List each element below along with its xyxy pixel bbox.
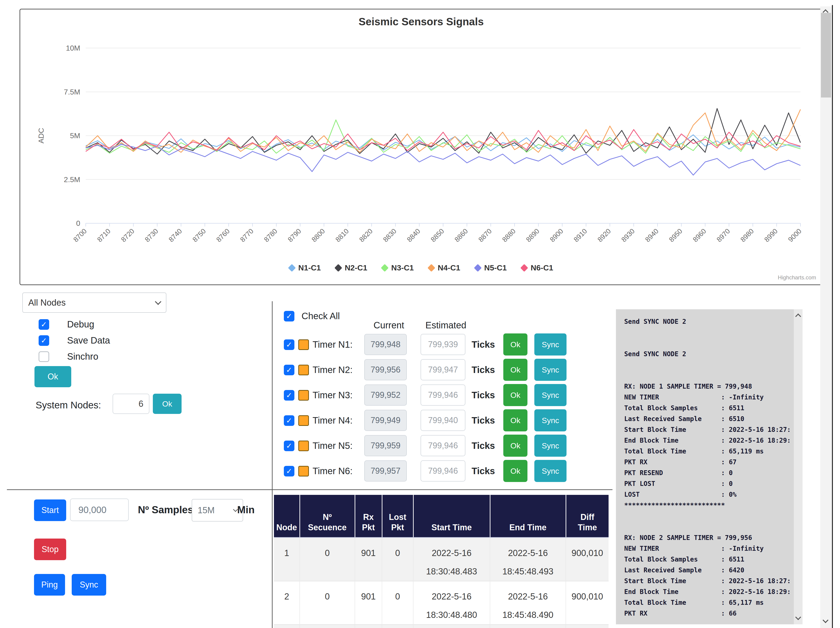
current-column-header: Current bbox=[369, 320, 408, 331]
timer-n3-sync-button[interactable]: Sync bbox=[534, 384, 567, 406]
timer-n5-estimated-input[interactable]: 799,946 bbox=[421, 435, 466, 456]
system-nodes-label: System Nodes: bbox=[36, 400, 101, 411]
start-button[interactable]: Start bbox=[34, 500, 66, 521]
timer-n4-checkbox[interactable]: ✓ bbox=[284, 415, 294, 426]
samples-input[interactable]: 90,000 bbox=[70, 498, 129, 521]
timer-n6-checkbox[interactable]: ✓ bbox=[284, 466, 294, 476]
table-cell: 2022-5-16 bbox=[413, 625, 490, 628]
log-console[interactable]: Send SYNC NODE 2 Send SYNC NODE 2 RX: NO… bbox=[616, 309, 802, 624]
page-scrollbar-thumb[interactable] bbox=[821, 13, 831, 98]
log-scroll-down-icon[interactable] bbox=[795, 614, 801, 620]
svg-text:8950: 8950 bbox=[667, 227, 684, 244]
page-scroll-down-icon[interactable] bbox=[823, 617, 828, 623]
timer-n4-sync-button[interactable]: Sync bbox=[534, 409, 567, 431]
legend-item-N2-C1[interactable]: N2-C1 bbox=[336, 263, 367, 272]
save-data-checkbox[interactable]: ✓ bbox=[39, 335, 49, 346]
timer-n4-label: Timer N4: bbox=[313, 415, 352, 426]
timer-n1-sync-button[interactable]: Sync bbox=[534, 334, 567, 356]
log-line: Total Block Samples : 6511 bbox=[624, 554, 791, 565]
legend-item-N1-C1[interactable]: N1-C1 bbox=[289, 263, 321, 272]
svg-text:8810: 8810 bbox=[334, 227, 350, 244]
table-cell: 0 bbox=[300, 581, 355, 625]
sinchro-label: Sinchro bbox=[67, 351, 98, 362]
legend-item-N6-C1[interactable]: N6-C1 bbox=[521, 263, 553, 272]
seismic-dashboard: Seismic Sensors Signals 02.5M5M7.5M10MAD… bbox=[0, 0, 840, 628]
ticks-label: Ticks bbox=[472, 415, 495, 426]
log-line: RX: NODE 1 SAMPLE TIMER = 799,948 bbox=[624, 381, 791, 392]
timer-n2-ok-button[interactable]: Ok bbox=[503, 359, 527, 381]
timer-n2-current-input[interactable]: 799,956 bbox=[364, 359, 407, 380]
debug-checkbox[interactable]: ✓ bbox=[39, 319, 49, 330]
duration-value: 15M bbox=[197, 505, 215, 515]
legend-item-N3-C1[interactable]: N3-C1 bbox=[382, 263, 414, 272]
svg-text:8980: 8980 bbox=[739, 227, 755, 244]
series-marker-icon bbox=[288, 264, 296, 272]
sinchro-checkbox[interactable]: ✓ bbox=[39, 351, 49, 362]
node-filter-select[interactable]: All Nodes bbox=[22, 293, 166, 313]
timer-n1-ok-button[interactable]: Ok bbox=[503, 334, 527, 356]
timer-n4-estimated-input[interactable]: 799,940 bbox=[421, 410, 466, 431]
check-all-checkbox[interactable]: ✓ bbox=[284, 311, 294, 321]
log-line: Total Block Time : 65,117 ms bbox=[624, 597, 791, 608]
table-cell: 3 bbox=[274, 625, 300, 628]
timer-n6-ok-button[interactable]: Ok bbox=[503, 460, 527, 482]
timer-n6-estimated-input[interactable]: 799,946 bbox=[421, 460, 466, 481]
table-header: Start Time bbox=[413, 495, 490, 538]
log-line bbox=[624, 511, 791, 522]
svg-text:8920: 8920 bbox=[596, 227, 612, 244]
timer-n5-checkbox[interactable]: ✓ bbox=[284, 441, 294, 451]
timer-n5-sync-button[interactable]: Sync bbox=[534, 435, 567, 457]
timer-n4-ok-button[interactable]: Ok bbox=[503, 409, 527, 431]
system-nodes-ok-button[interactable]: Ok bbox=[153, 394, 182, 414]
highcharts-credits[interactable]: Highcharts.com bbox=[778, 274, 816, 281]
log-line: Start Block Time : 2022-5-16 18:27: bbox=[624, 424, 791, 435]
svg-text:5M: 5M bbox=[70, 131, 80, 140]
log-line: Send SYNC NODE 2 bbox=[624, 349, 791, 359]
timer-n6-sync-button[interactable]: Sync bbox=[534, 460, 567, 482]
table-cell: 901 bbox=[355, 581, 382, 625]
ping-button[interactable]: Ping bbox=[34, 574, 65, 596]
timer-n3-estimated-input[interactable]: 799,946 bbox=[421, 384, 466, 406]
svg-text:2.5M: 2.5M bbox=[64, 176, 80, 184]
timer-n2-sync-button[interactable]: Sync bbox=[534, 359, 567, 381]
log-line: PKT RX : 66 bbox=[624, 608, 791, 619]
table-cell: 900,010 bbox=[566, 538, 609, 581]
duration-select[interactable]: 15M bbox=[192, 499, 243, 522]
timer-n5-current-input[interactable]: 799,959 bbox=[364, 435, 407, 456]
table-cell: 901 bbox=[355, 538, 382, 581]
svg-text:8910: 8910 bbox=[572, 227, 589, 244]
timer-n2-estimated-input[interactable]: 799,947 bbox=[421, 359, 466, 380]
timer-n1-current-input[interactable]: 799,948 bbox=[364, 334, 407, 355]
system-nodes-input[interactable]: 6 bbox=[113, 394, 149, 414]
options-ok-button[interactable]: Ok bbox=[35, 366, 71, 387]
timer-n3-current-input[interactable]: 799,952 bbox=[364, 384, 407, 406]
table-cell: 2022-5-16 18:45:48.490 bbox=[490, 581, 566, 625]
legend-item-N4-C1[interactable]: N4-C1 bbox=[429, 263, 460, 272]
log-line bbox=[624, 359, 791, 370]
timer-n1-checkbox[interactable]: ✓ bbox=[284, 339, 294, 350]
svg-text:8830: 8830 bbox=[382, 227, 398, 244]
stop-button[interactable]: Stop bbox=[34, 539, 66, 560]
log-scroll-up-icon[interactable] bbox=[795, 313, 801, 319]
save-data-label: Save Data bbox=[67, 335, 110, 346]
timer-n3-ok-button[interactable]: Ok bbox=[503, 384, 527, 406]
log-scrollbar[interactable] bbox=[794, 309, 802, 624]
table-cell: 0 bbox=[300, 625, 355, 628]
timer-n6-current-input[interactable]: 799,957 bbox=[364, 460, 407, 481]
timer-n4-current-input[interactable]: 799,949 bbox=[364, 410, 407, 431]
log-line: PKT LOST : 0 bbox=[624, 478, 791, 489]
timer-n1-estimated-input[interactable]: 799,939 bbox=[421, 334, 466, 355]
timer-n5-ok-button[interactable]: Ok bbox=[503, 435, 527, 457]
legend-item-N5-C1[interactable]: N5-C1 bbox=[475, 263, 507, 272]
horizontal-divider bbox=[7, 489, 613, 490]
timer-n3-checkbox[interactable]: ✓ bbox=[284, 390, 294, 400]
table-cell: 900,010 bbox=[566, 581, 609, 625]
sync-all-button[interactable]: Sync bbox=[72, 574, 106, 596]
page-scrollbar[interactable] bbox=[820, 6, 832, 628]
table-cell: 0 bbox=[382, 625, 413, 628]
log-line: PKT RX : 67 bbox=[624, 457, 791, 468]
log-line bbox=[624, 327, 791, 338]
timer-n2-checkbox[interactable]: ✓ bbox=[284, 365, 294, 375]
log-line bbox=[624, 338, 791, 349]
legend-label: N4-C1 bbox=[438, 263, 460, 272]
